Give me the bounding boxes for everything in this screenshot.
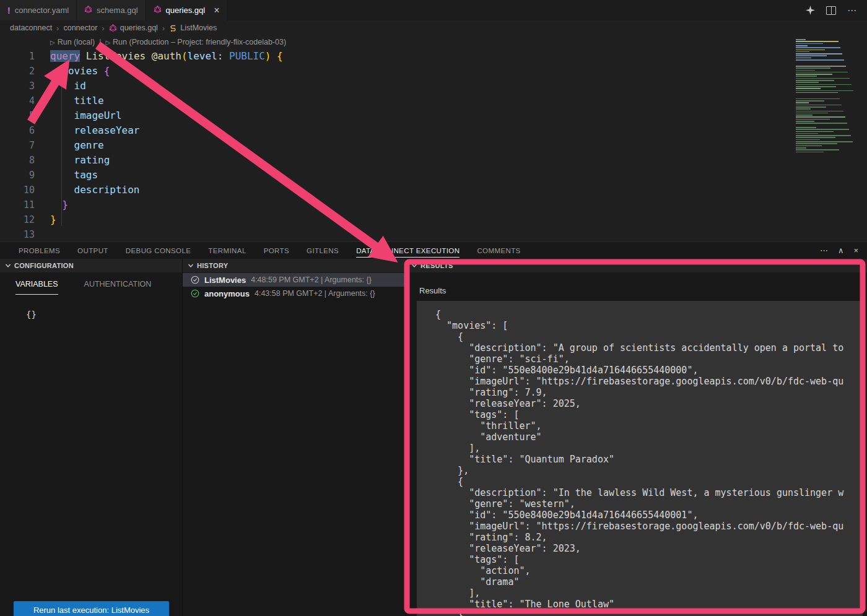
breadcrumb-separator: › <box>162 24 165 33</box>
history-entry-listmovies[interactable]: ListMovies4:48:59 PM GMT+2 | Arguments: … <box>183 273 406 287</box>
line-number: 3 <box>0 79 35 93</box>
code-editor[interactable]: ▷Run (local) | ▷Run (Production – Projec… <box>0 35 867 241</box>
history-entry-meta: 4:43:58 PM GMT+2 | Arguments: {} <box>255 289 375 298</box>
editor-actions: ⋯ <box>806 0 867 20</box>
chevron-down-icon <box>5 262 11 269</box>
panel-more-icon[interactable]: ⋯ <box>820 246 828 255</box>
results-header[interactable]: RESULTS <box>406 259 867 272</box>
breadcrumb-item-connector[interactable]: connector <box>63 24 97 32</box>
code-line-11: 11 } <box>0 197 867 212</box>
panel-tab-problems[interactable]: PROBLEMS <box>19 244 60 258</box>
codelens-separator: | <box>99 38 101 46</box>
code-line-1: 1query ListMovies @auth(level: PUBLIC) { <box>0 49 867 64</box>
history-entry-name: anonymous <box>204 289 250 298</box>
history-entry-anonymous[interactable]: anonymous4:43:58 PM GMT+2 | Arguments: {… <box>183 287 406 300</box>
panel-tab-comments[interactable]: COMMENTS <box>477 244 520 258</box>
breadcrumb-item-dataconnect[interactable]: dataconnect <box>10 24 52 32</box>
tab-variables[interactable]: VARIABLES <box>15 280 58 295</box>
operation-icon <box>169 24 177 32</box>
results-section: RESULTS Results { "movies": [ { "descrip… <box>406 259 867 616</box>
tab-label: connector.yaml <box>15 6 69 15</box>
more-actions-icon[interactable]: ⋯ <box>847 5 857 16</box>
variables-value[interactable]: {} <box>0 295 182 319</box>
code-line-8: 8 rating <box>0 153 867 168</box>
line-number: 12 <box>0 212 35 227</box>
history-rows: ListMovies4:48:59 PM GMT+2 | Arguments: … <box>183 272 406 300</box>
panel-tab-ports[interactable]: PORTS <box>264 244 289 258</box>
history-section: HISTORY ListMovies4:48:59 PM GMT+2 | Arg… <box>182 259 406 616</box>
play-icon: ▷ <box>50 39 55 46</box>
code-line-9: 9 tags <box>0 168 867 183</box>
run-production-link[interactable]: ▷Run (Production – Project: friendly-fli… <box>105 38 286 46</box>
breadcrumb-separator: › <box>56 24 59 33</box>
panel-tab-debug-console[interactable]: DEBUG CONSOLE <box>126 244 191 258</box>
tab-schema-gql[interactable]: schema.gql <box>77 0 146 20</box>
bottom-panel: PROBLEMSOUTPUTDEBUG CONSOLETERMINALPORTS… <box>0 241 867 616</box>
breadcrumb: dataconnect›connector›queries.gql›ListMo… <box>0 20 867 35</box>
line-number: 5 <box>0 108 35 123</box>
panel-tab-gitlens[interactable]: GITLENS <box>307 244 339 258</box>
breadcrumb-separator: › <box>102 24 104 33</box>
results-label: Results <box>406 272 867 295</box>
code-line-2: 2 movies { <box>0 64 867 79</box>
tab-label: queries.gql <box>166 6 206 15</box>
panel-tab-bar: PROBLEMSOUTPUTDEBUG CONSOLETERMINALPORTS… <box>0 242 867 259</box>
play-icon: ▷ <box>105 39 110 46</box>
configuration-section: CONFIGURATION VARIABLES AUTHENTICATION {… <box>0 259 182 616</box>
code-line-10: 10 description <box>0 183 867 197</box>
split-editor-icon[interactable] <box>826 6 836 15</box>
breadcrumb-item-queries-gql[interactable]: queries.gql <box>109 24 158 32</box>
code-line-5: 5 imageUrl <box>0 108 867 123</box>
history-entry-name: ListMovies <box>204 275 246 285</box>
panel-body: CONFIGURATION VARIABLES AUTHENTICATION {… <box>0 259 867 616</box>
minimap[interactable] <box>795 37 867 160</box>
panel-tab-data-connect-execution[interactable]: DATA CONNECT EXECUTION <box>356 244 460 258</box>
line-number: 10 <box>0 183 35 197</box>
panel-actions: ⋯ ∧ × <box>820 242 858 259</box>
configuration-tabs: VARIABLES AUTHENTICATION <box>0 272 182 295</box>
tab-authentication[interactable]: AUTHENTICATION <box>84 280 152 295</box>
indent-guide <box>61 77 62 226</box>
tab-label: schema.gql <box>97 6 137 15</box>
panel-maximize-icon[interactable]: ∧ <box>838 246 844 255</box>
tab-connector-yaml[interactable]: ! connector.yaml <box>0 0 77 20</box>
history-header[interactable]: HISTORY <box>183 259 406 272</box>
editor-tab-bar: ! connector.yaml schema.gql queries.gql … <box>0 0 867 20</box>
chevron-down-icon <box>188 262 194 269</box>
rerun-button[interactable]: Rerun last execution: ListMovies <box>14 601 169 616</box>
vscode-window: ! connector.yaml schema.gql queries.gql … <box>0 0 867 616</box>
check-circle-icon <box>191 289 199 298</box>
close-tab-icon[interactable]: × <box>214 6 219 15</box>
configuration-header[interactable]: CONFIGURATION <box>0 259 182 272</box>
graphql-icon <box>154 6 162 15</box>
chevron-down-icon <box>411 262 417 269</box>
line-number: 11 <box>0 197 35 212</box>
results-json-block[interactable]: { "movies": [ { "description": "A group … <box>417 301 863 616</box>
line-number: 6 <box>0 123 35 138</box>
codelens-row: ▷Run (local) | ▷Run (Production – Projec… <box>0 35 867 49</box>
line-number: 2 <box>0 64 35 79</box>
tab-queries-gql[interactable]: queries.gql × <box>146 0 228 20</box>
graphql-icon <box>109 24 117 32</box>
line-number: 1 <box>0 49 35 64</box>
line-number: 4 <box>0 93 35 108</box>
history-entry-meta: 4:48:59 PM GMT+2 | Arguments: {} <box>251 275 372 284</box>
breadcrumb-item-listmovies[interactable]: ListMovies <box>169 24 217 32</box>
results-json: { "movies": [ { "description": "A group … <box>417 301 863 616</box>
code-line-7: 7 genre <box>0 138 867 153</box>
panel-close-icon[interactable]: × <box>853 246 858 255</box>
code-line-6: 6 releaseYear <box>0 123 867 138</box>
code-line-13: 13 <box>0 227 867 242</box>
graphql-icon <box>84 6 92 15</box>
panel-tab-terminal[interactable]: TERMINAL <box>208 244 246 258</box>
line-number: 7 <box>0 138 35 153</box>
line-number: 9 <box>0 168 35 183</box>
panel-tab-output[interactable]: OUTPUT <box>77 244 108 258</box>
code-line-12: 12} <box>0 212 867 227</box>
sparkle-icon[interactable] <box>806 6 815 15</box>
code-line-3: 3 id <box>0 79 867 93</box>
yaml-warning-icon: ! <box>7 6 11 15</box>
run-local-link[interactable]: ▷Run (local) <box>50 38 95 46</box>
code-line-4: 4 title <box>0 93 867 108</box>
code-lines: 1query ListMovies @auth(level: PUBLIC) {… <box>0 49 867 242</box>
